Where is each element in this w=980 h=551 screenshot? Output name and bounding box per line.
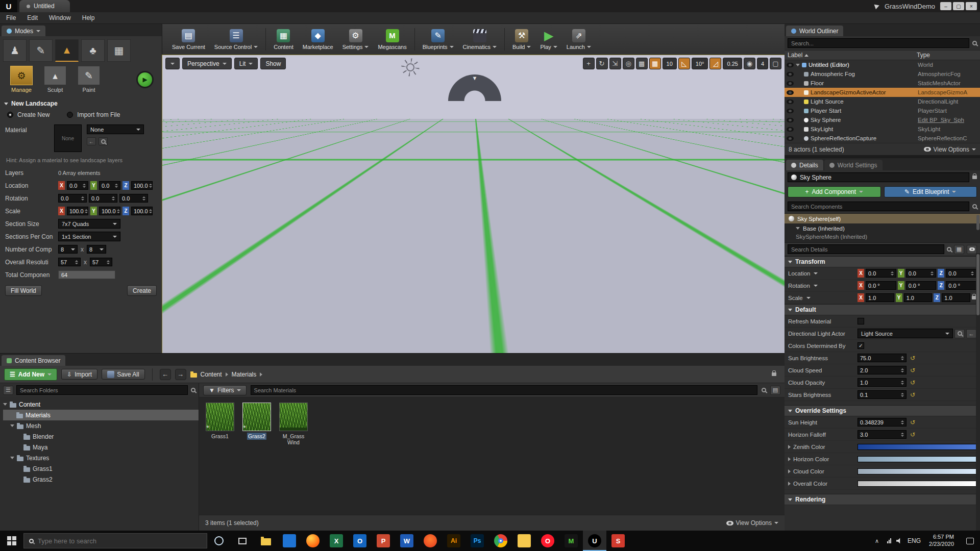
rotation-y-field[interactable]: 0.0 — [89, 194, 117, 203]
surface-snap-icon[interactable]: ▩ — [636, 58, 648, 69]
rotate-tool-icon[interactable]: ↻ — [596, 58, 608, 69]
visibility-eye-icon[interactable] — [787, 136, 794, 141]
folder-row-blender[interactable]: Blender — [3, 431, 199, 442]
use-selected-asset-icon[interactable]: ← — [87, 137, 96, 145]
import-button[interactable]: ⇩Import — [61, 369, 97, 380]
gizmo-z-axis-arrow[interactable] — [468, 163, 470, 203]
component-row[interactable]: SkySphereMesh (Inherited) — [785, 233, 980, 240]
viewport-options-button[interactable] — [165, 58, 180, 69]
cortana-button[interactable] — [207, 531, 231, 551]
horizon-falloff-field[interactable]: 3.0 — [857, 430, 906, 439]
marketplace-button[interactable]: ◆Marketplace — [298, 28, 338, 52]
landscape-mode-indicator-icon[interactable]: ▶ — [136, 71, 154, 88]
display-filter-eye-icon[interactable] — [967, 245, 977, 254]
spinner-icon[interactable] — [901, 393, 904, 397]
components-scrollbar[interactable] — [976, 215, 979, 230]
visibility-eye-icon[interactable] — [787, 90, 794, 95]
back-button[interactable]: ← — [160, 369, 171, 380]
lock-icon[interactable] — [972, 176, 977, 179]
task-view-button[interactable] — [231, 531, 254, 551]
scale-tool-icon[interactable]: ⇲ — [609, 58, 621, 69]
outliner-row-selected[interactable]: LandscapeGizmoActiveActorLandscapeGizmoA — [785, 88, 980, 97]
rotation-y-field[interactable]: 0.0 ° — [906, 281, 937, 290]
scale-y-field[interactable]: 100.0 — [99, 207, 120, 215]
search-assets-input[interactable] — [251, 385, 757, 395]
cinematics-button[interactable]: Cinematics — [458, 28, 501, 52]
browse-asset-icon[interactable] — [99, 137, 108, 145]
sun-height-field[interactable]: 0.348239 — [857, 418, 906, 427]
spinner-icon[interactable] — [83, 184, 86, 188]
language-indicator[interactable]: ENG — [908, 537, 921, 544]
import-from-file-radio[interactable] — [67, 112, 73, 118]
visibility-eye-icon[interactable] — [787, 72, 794, 77]
breadcrumb-content[interactable]: Content — [201, 371, 222, 378]
spinner-icon[interactable] — [901, 433, 904, 437]
spinner-icon[interactable] — [149, 209, 152, 213]
rotation-snap-value[interactable]: 10° — [692, 58, 708, 69]
tray-expand-icon[interactable]: ∧ — [872, 538, 882, 544]
megascans-button[interactable]: MMegascans — [373, 28, 411, 52]
translate-tool-icon[interactable]: + — [583, 58, 595, 69]
outliner-row[interactable]: Player StartPlayerStart — [785, 106, 980, 115]
scale-z-field[interactable]: 1.0 — [942, 293, 970, 302]
component-row-selected[interactable]: Sky Sphere(self) — [785, 214, 980, 223]
landscape-tool-manage[interactable]: ⚙Manage — [7, 66, 36, 93]
show-button[interactable]: Show — [260, 58, 286, 69]
expand-right-icon[interactable] — [788, 482, 791, 486]
rotation-z-field[interactable]: 0.0 — [119, 194, 148, 203]
rotation-x-field[interactable]: 0.0 ° — [866, 281, 896, 290]
blueprints-button[interactable]: ✎Blueprints — [418, 28, 458, 52]
reset-to-default-icon[interactable] — [910, 431, 915, 438]
minimize-button[interactable] — [940, 2, 951, 10]
taskbar-app-unreal[interactable]: U — [583, 531, 606, 551]
rotation-x-field[interactable]: 0.0 — [58, 194, 87, 203]
modes-tab[interactable]: Modes — [2, 26, 45, 36]
spinner-icon[interactable] — [901, 368, 904, 372]
menu-help[interactable]: Help — [82, 14, 95, 21]
mode-landscape-icon[interactable]: ▲ — [55, 39, 79, 62]
expand-right-icon[interactable] — [788, 445, 791, 449]
mode-geometry-icon[interactable]: ▦ — [107, 39, 131, 62]
spinner-icon[interactable] — [115, 184, 118, 188]
view-mode-lit-button[interactable]: Lit — [234, 58, 258, 69]
spinner-icon[interactable] — [149, 184, 152, 188]
zenith-color-swatch[interactable] — [857, 444, 976, 450]
components-x-dropdown[interactable]: 8 — [58, 245, 78, 254]
outliner-row[interactable]: FloorStaticMeshActor — [785, 79, 980, 88]
grid-snap-value[interactable]: 10 — [663, 58, 677, 69]
spinner-icon[interactable] — [117, 209, 120, 213]
taskbar-app-skype[interactable]: S — [606, 531, 630, 551]
source-control-button[interactable]: ☰Source Control — [210, 28, 262, 52]
outliner-row[interactable]: Untitled (Editor)World — [785, 60, 980, 69]
taskbar-app-file-explorer[interactable] — [254, 531, 278, 551]
new-landscape-header[interactable]: New Landscape — [0, 97, 162, 109]
mode-paint-icon[interactable]: ✎ — [29, 39, 53, 62]
add-component-button[interactable]: +Add Component — [788, 186, 881, 197]
light-actor-dropdown[interactable]: Light Source — [857, 329, 953, 338]
maximize-viewport-icon[interactable]: ▢ — [770, 58, 781, 69]
asset-m-grass-wind[interactable]: M_Grass Wind — [279, 403, 308, 446]
location-x-field[interactable]: 0.0 — [866, 269, 896, 278]
taskbar-app-store[interactable] — [278, 531, 301, 551]
fill-world-button[interactable]: Fill World — [5, 285, 42, 296]
create-new-radio[interactable] — [7, 112, 13, 118]
sun-brightness-field[interactable]: 75.0 — [857, 354, 906, 362]
spinner-icon[interactable] — [901, 381, 904, 385]
reset-to-default-icon[interactable] — [910, 355, 915, 362]
rendering-section-header[interactable]: Rendering — [785, 494, 980, 505]
cloud-speed-field[interactable]: 2.0 — [857, 366, 906, 374]
outliner-row[interactable]: SphereReflectionCaptureSphereReflectionC — [785, 134, 980, 143]
overall-color-swatch[interactable] — [857, 481, 976, 487]
search-folders-input[interactable] — [16, 385, 188, 395]
expand-icon[interactable] — [796, 227, 800, 230]
location-y-field[interactable]: 0.0 — [906, 269, 937, 278]
notification-center-icon[interactable] — [966, 538, 974, 544]
location-z-field[interactable]: 100.0 — [131, 181, 153, 190]
spinner-icon[interactable] — [891, 271, 894, 276]
material-dropdown[interactable]: None — [87, 124, 144, 134]
chevron-down-icon[interactable] — [814, 272, 818, 274]
property-matrix-icon[interactable]: ▦ — [954, 245, 964, 254]
components-y-dropdown[interactable]: 8 — [87, 245, 106, 254]
forward-button[interactable]: → — [175, 369, 186, 380]
lock-icon[interactable] — [772, 372, 776, 376]
